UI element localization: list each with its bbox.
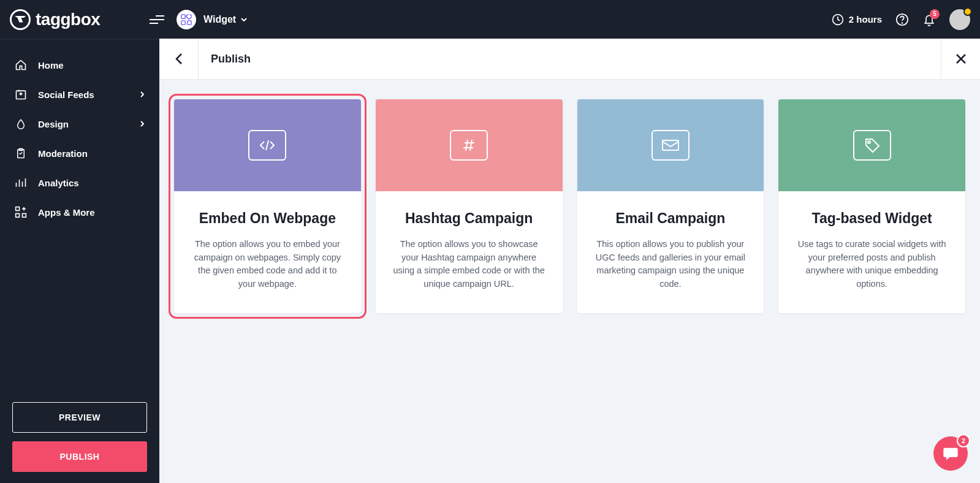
card-description: The option allows you to showcase your H… bbox=[393, 238, 545, 291]
svg-rect-3 bbox=[186, 14, 192, 20]
chevron-right-icon bbox=[140, 91, 145, 98]
cards-grid: Embed On WebpageThe option allows you to… bbox=[159, 80, 980, 333]
svg-rect-0 bbox=[181, 14, 185, 18]
clock-icon bbox=[832, 13, 844, 26]
svg-point-14 bbox=[868, 141, 870, 143]
svg-rect-11 bbox=[16, 214, 20, 218]
card-body: Email CampaignThis option allows you to … bbox=[577, 191, 764, 313]
sidebar-item-apps-more[interactable]: Apps & More bbox=[0, 197, 159, 227]
sidebar-item-social-feeds[interactable]: Social Feeds bbox=[0, 80, 159, 109]
sidebar-item-label: Home bbox=[38, 60, 64, 70]
card-description: The option allows you to embed your camp… bbox=[191, 238, 344, 291]
svg-rect-2 bbox=[188, 20, 191, 24]
drop-icon bbox=[15, 118, 27, 130]
user-avatar[interactable] bbox=[949, 9, 970, 30]
card-title: Hashtag Campaign bbox=[393, 210, 545, 228]
sidebar-item-design[interactable]: Design bbox=[0, 109, 159, 139]
svg-point-6 bbox=[902, 23, 903, 23]
page-title: Publish bbox=[199, 53, 251, 66]
sidebar-item-label: Analytics bbox=[38, 178, 79, 188]
main-content: Publish Embed On WebpageThe option allow… bbox=[159, 39, 980, 483]
topbar-right: 2 hours 5 bbox=[832, 9, 970, 30]
home-icon bbox=[15, 59, 27, 71]
card-description: Use tags to curate social widgets with y… bbox=[796, 238, 948, 291]
card-header bbox=[577, 99, 764, 191]
sidebar-item-moderation[interactable]: Moderation bbox=[0, 139, 159, 168]
card-title: Embed On Webpage bbox=[191, 210, 344, 228]
page-header: Publish bbox=[159, 39, 980, 80]
card-header bbox=[376, 99, 563, 191]
card-body: Embed On WebpageThe option allows you to… bbox=[174, 191, 361, 313]
preview-button[interactable]: PREVIEW bbox=[12, 402, 147, 433]
publish-card-email-campaign[interactable]: Email CampaignThis option allows you to … bbox=[577, 99, 764, 313]
grid-plus-icon bbox=[15, 206, 27, 218]
back-button[interactable] bbox=[159, 39, 199, 79]
notifications-button[interactable]: 5 bbox=[922, 13, 936, 26]
publish-card-embed-on-webpage[interactable]: Embed On WebpageThe option allows you to… bbox=[174, 99, 361, 313]
card-header bbox=[778, 99, 965, 191]
sidebar-footer: PREVIEW PUBLISH bbox=[0, 391, 159, 483]
sidebar-item-home[interactable]: Home bbox=[0, 50, 159, 80]
upload-icon bbox=[15, 88, 27, 101]
card-body: Hashtag CampaignThe option allows you to… bbox=[376, 191, 563, 313]
chevron-down-icon bbox=[241, 18, 247, 21]
card-title: Email Campaign bbox=[594, 210, 747, 228]
hash-icon bbox=[450, 130, 488, 161]
sidebar-item-label: Social Feeds bbox=[38, 89, 94, 100]
widget-selector-label: Widget bbox=[203, 14, 236, 25]
hamburger-menu[interactable] bbox=[150, 15, 164, 24]
svg-rect-1 bbox=[181, 20, 185, 24]
chevron-left-icon bbox=[175, 53, 183, 65]
mail-icon bbox=[651, 130, 689, 161]
code-icon bbox=[248, 130, 286, 161]
chat-badge: 2 bbox=[957, 434, 970, 447]
card-description: This option allows you to publish your U… bbox=[594, 238, 747, 291]
sidebar: HomeSocial FeedsDesignModerationAnalytic… bbox=[0, 39, 159, 483]
topbar: taggbox Widget 2 hours 5 bbox=[0, 0, 980, 39]
avatar-star-icon bbox=[963, 7, 972, 16]
publish-card-tag-based-widget[interactable]: Tag-based WidgetUse tags to curate socia… bbox=[778, 99, 965, 313]
svg-rect-12 bbox=[23, 214, 26, 218]
sidebar-item-label: Moderation bbox=[38, 148, 88, 159]
sidebar-item-analytics[interactable]: Analytics bbox=[0, 168, 159, 197]
logo-text: taggbox bbox=[36, 10, 100, 29]
logo-icon bbox=[10, 9, 31, 30]
hours-label: 2 hours bbox=[849, 14, 882, 25]
svg-rect-13 bbox=[663, 140, 678, 150]
svg-rect-10 bbox=[16, 207, 20, 211]
clipboard-icon bbox=[15, 147, 27, 159]
logo[interactable]: taggbox bbox=[10, 9, 150, 30]
widget-selector[interactable]: Widget bbox=[203, 14, 247, 25]
publish-card-hashtag-campaign[interactable]: Hashtag CampaignThe option allows you to… bbox=[376, 99, 563, 313]
sidebar-item-label: Design bbox=[38, 119, 69, 129]
tag-icon bbox=[853, 130, 891, 161]
bars-icon bbox=[15, 177, 27, 189]
card-body: Tag-based WidgetUse tags to curate socia… bbox=[778, 191, 965, 313]
card-header bbox=[174, 99, 361, 191]
widget-icon bbox=[177, 10, 196, 29]
help-icon bbox=[895, 13, 909, 26]
notification-badge: 5 bbox=[930, 9, 940, 19]
close-icon bbox=[955, 53, 967, 64]
sidebar-item-label: Apps & More bbox=[38, 207, 95, 218]
chevron-right-icon bbox=[140, 120, 145, 127]
close-button[interactable] bbox=[941, 39, 980, 79]
chat-button[interactable]: 2 bbox=[933, 436, 968, 471]
hours-remaining[interactable]: 2 hours bbox=[832, 13, 882, 26]
publish-button[interactable]: PUBLISH bbox=[12, 441, 147, 472]
chat-icon bbox=[942, 445, 959, 462]
card-title: Tag-based Widget bbox=[796, 210, 948, 228]
help-button[interactable] bbox=[895, 13, 909, 26]
